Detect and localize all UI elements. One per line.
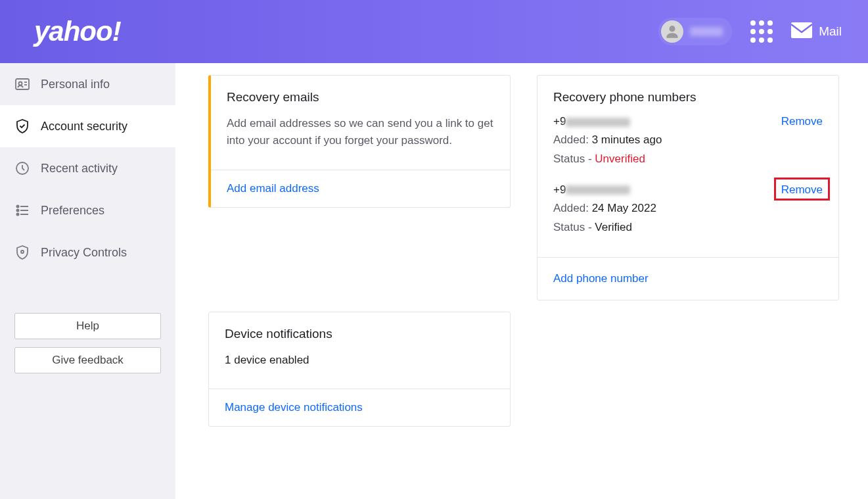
card-body: Recovery phone numbers +9 Added: 3 minut…	[537, 76, 838, 257]
phone-info: +9 Added: 24 May 2022 Status - Verified	[553, 183, 656, 237]
account-name-redacted	[690, 27, 723, 36]
app-header: yahoo! Mail	[0, 0, 868, 63]
phone-meta: Added: 24 May 2022 Status - Verified	[553, 199, 656, 237]
give-feedback-button[interactable]: Give feedback	[14, 347, 161, 373]
sidebar-item-account-security[interactable]: Account security	[0, 105, 175, 147]
svg-point-13	[21, 250, 24, 253]
phone-item: +9 Added: 24 May 2022 Status - Verified …	[553, 183, 823, 237]
sidebar-item-label: Preferences	[41, 204, 104, 218]
svg-point-9	[17, 210, 19, 212]
phone-meta: Added: 3 minutes ago Status - Unverified	[553, 131, 662, 169]
mail-label: Mail	[819, 24, 842, 39]
sidebar-item-personal-info[interactable]: Personal info	[0, 63, 175, 105]
left-column: Recovery emails Add email addresses so w…	[208, 75, 511, 427]
card-title: Device notifications	[225, 327, 494, 341]
right-column: Recovery phone numbers +9 Added: 3 minut…	[537, 75, 839, 300]
added-label: Added:	[553, 133, 589, 146]
status-value: Verified	[595, 221, 632, 233]
added-value: 24 May 2022	[592, 202, 656, 214]
sidebar-item-privacy-controls[interactable]: Privacy Controls	[0, 231, 175, 273]
yahoo-logo[interactable]: yahoo!	[34, 16, 121, 47]
phone-redacted	[566, 118, 630, 127]
svg-rect-1	[791, 22, 812, 38]
avatar-icon	[661, 20, 683, 43]
phone-number: +9	[553, 115, 662, 128]
svg-point-0	[670, 26, 675, 32]
logo-text: yahoo!	[34, 16, 121, 47]
card-description: Add email addresses so we can send you a…	[227, 115, 494, 150]
phone-redacted	[566, 185, 630, 195]
card-body: Recovery emails Add email addresses so w…	[211, 76, 510, 170]
page-content: Personal info Account security Recent ac…	[0, 63, 868, 499]
added-value: 3 minutes ago	[592, 133, 662, 146]
card-footer: Add email address	[211, 170, 510, 207]
phone-number: +9	[553, 183, 656, 197]
card-body: Device notifications 1 device enabled	[209, 312, 510, 389]
device-notifications-card: Device notifications 1 device enabled Ma…	[208, 312, 511, 427]
card-title: Recovery emails	[227, 90, 494, 105]
sidebar-item-recent-activity[interactable]: Recent activity	[0, 147, 175, 189]
sidebar-item-label: Privacy Controls	[41, 246, 127, 260]
highlight-annotation: Remove	[774, 178, 830, 201]
status-label: Status -	[553, 153, 595, 165]
card-footer: Manage device notifications	[209, 389, 510, 426]
header-right: Mail	[658, 18, 842, 45]
apps-menu-icon[interactable]	[750, 20, 773, 43]
sidebar-buttons: Help Give feedback	[0, 313, 175, 373]
recovery-emails-card: Recovery emails Add email addresses so w…	[208, 75, 511, 208]
card-footer: Add phone number	[537, 257, 838, 300]
mail-link[interactable]: Mail	[791, 22, 842, 41]
add-phone-link[interactable]: Add phone number	[553, 272, 649, 285]
help-button[interactable]: Help	[14, 313, 161, 339]
svg-point-7	[17, 206, 19, 208]
svg-point-11	[17, 214, 19, 216]
manage-device-link[interactable]: Manage device notifications	[225, 401, 363, 414]
main-area: Recovery emails Add email addresses so w…	[175, 63, 868, 499]
remove-phone-link[interactable]: Remove	[781, 183, 823, 196]
sidebar-item-label: Recent activity	[41, 162, 118, 176]
svg-point-3	[19, 82, 22, 85]
recovery-phones-card: Recovery phone numbers +9 Added: 3 minut…	[537, 75, 839, 300]
mail-icon	[791, 22, 812, 41]
sidebar-item-preferences[interactable]: Preferences	[0, 189, 175, 231]
phone-prefix: +9	[553, 183, 566, 196]
status-value: Unverified	[595, 153, 645, 165]
added-label: Added:	[553, 202, 589, 214]
phone-info: +9 Added: 3 minutes ago Status - Unverif…	[553, 115, 662, 169]
sidebar: Personal info Account security Recent ac…	[0, 63, 175, 499]
remove-phone-link[interactable]: Remove	[781, 115, 823, 128]
status-label: Status -	[553, 221, 595, 233]
add-email-link[interactable]: Add email address	[227, 182, 319, 195]
account-menu[interactable]	[658, 18, 732, 45]
sidebar-item-label: Account security	[41, 120, 127, 133]
card-title: Recovery phone numbers	[553, 90, 823, 105]
phone-item: +9 Added: 3 minutes ago Status - Unverif…	[553, 115, 823, 169]
sidebar-item-label: Personal info	[41, 78, 110, 91]
device-summary: 1 device enabled	[225, 352, 494, 369]
phone-prefix: +9	[553, 115, 566, 128]
